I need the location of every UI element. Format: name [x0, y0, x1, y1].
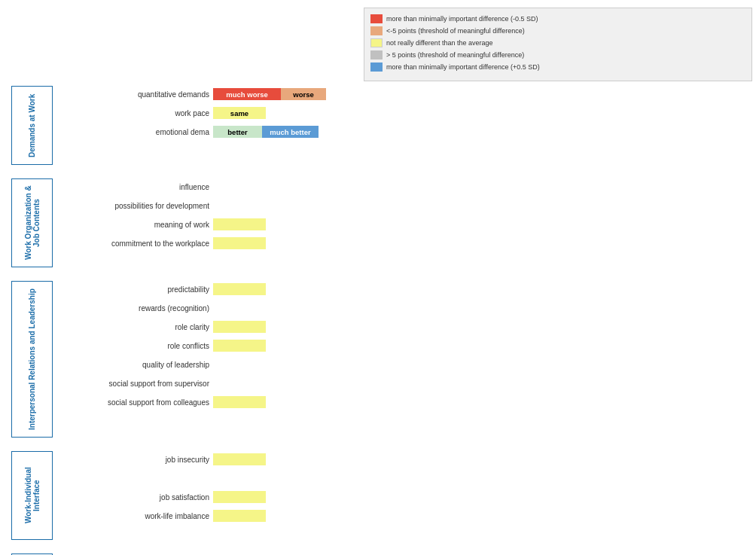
row-influence: influence [62, 178, 752, 195]
row-role-conflicts: role conflicts [62, 337, 752, 354]
legend-text-much-worse: more than minimally important difference… [386, 15, 538, 23]
row-social-support-supervisor: social support from supervisor [62, 375, 752, 392]
category-interpersonal: Interpersonal Relations and Leadership [11, 281, 56, 445]
bar-much-worse: much worse [213, 88, 281, 100]
bars-social-support-colleagues [213, 396, 752, 408]
legend-color-better [370, 50, 383, 59]
category-demands-at-work: Demands at Work [11, 86, 56, 172]
bar-same-job-satisfaction [213, 491, 266, 503]
bars-quantitative-demands: much worse worse [213, 88, 752, 100]
row-predictability: predictability [62, 281, 752, 297]
label-social-support-colleagues: social support from colleagues [62, 398, 213, 407]
bars-work-pace: same [213, 107, 752, 119]
row-social-support-colleagues: social support from colleagues [62, 394, 752, 410]
bar-same-commitment [213, 237, 266, 249]
bar-same-job-insecurity [213, 453, 266, 465]
label-work-pace: work pace [62, 109, 213, 117]
label-possibilities: possibilities for development [62, 202, 213, 210]
category-work-individual: Work-Individual Interface [11, 451, 56, 547]
legend-text-worse: <-5 points (threshold of meaningful diff… [386, 27, 525, 35]
category-label-work-org: Work Organization & Job Contents [11, 178, 53, 267]
legend-color-same [370, 38, 383, 47]
row-work-pace: work pace same [62, 105, 752, 121]
bars-emotional-demands: better much better [213, 126, 752, 138]
section-work-individual: Work-Individual Interface job insecurity [11, 451, 752, 547]
row-quantitative-demands: quantitative demands much worse worse [62, 86, 752, 102]
category-work-org: Work Organization & Job Contents [11, 178, 56, 275]
bar-same-predictability [213, 283, 266, 295]
label-commitment: commitment to the workplace [62, 239, 213, 248]
legend-color-worse [370, 26, 383, 35]
bars-work-life-imbalance [213, 510, 752, 522]
bars-commitment [213, 237, 752, 249]
label-social-support-supervisor: social support from supervisor [62, 380, 213, 388]
rows-work-individual: job insecurity job satisfaction [62, 451, 752, 547]
section-interpersonal: Interpersonal Relations and Leadership p… [11, 281, 752, 445]
category-label-work-individual: Work-Individual Interface [11, 451, 53, 540]
category-label-interpersonal: Interpersonal Relations and Leadership [11, 281, 53, 438]
legend-text-better: > 5 points (threshold of meaningful diff… [386, 51, 524, 59]
bar-same-role-clarity [213, 321, 266, 333]
bars-role-clarity [213, 321, 752, 333]
legend-item-worse: <-5 points (threshold of meaningful diff… [370, 26, 745, 35]
bar-same-meaning [213, 218, 266, 230]
label-job-satisfaction: job satisfaction [62, 493, 213, 502]
row-meaning-of-work: meaning of work [62, 216, 752, 233]
row-rewards: rewards (recognition) [62, 300, 752, 316]
bar-better-emotional: better [213, 126, 262, 138]
section-demands-at-work: Demands at Work quantitative demands muc… [11, 86, 752, 172]
category-label-demands-at-work: Demands at Work [11, 86, 53, 165]
row-role-clarity: role clarity [62, 319, 752, 335]
bar-same-social-colleagues [213, 396, 266, 408]
bar-same-role-conflicts [213, 340, 266, 352]
label-role-clarity: role clarity [62, 323, 213, 331]
row-possibilities: possibilities for development [62, 197, 752, 214]
label-role-conflicts: role conflicts [62, 342, 213, 350]
label-rewards: rewards (recognition) [62, 304, 213, 313]
bar-worse: worse [281, 88, 326, 100]
bars-job-insecurity [213, 453, 752, 465]
legend-item-better: > 5 points (threshold of meaningful diff… [370, 50, 745, 59]
label-job-insecurity: job insecurity [62, 456, 213, 464]
label-quality-leadership: quality of leadership [62, 361, 213, 369]
row-job-insecurity: job insecurity [62, 451, 752, 468]
legend-color-much-better [370, 63, 383, 72]
label-quantitative-demands: quantitative demands [62, 90, 213, 99]
label-predictability: predictability [62, 285, 213, 294]
label-meaning-of-work: meaning of work [62, 221, 213, 229]
bars-job-satisfaction [213, 491, 752, 503]
legend: more than minimally important difference… [364, 8, 752, 81]
bars-meaning-of-work [213, 218, 752, 230]
legend-item-much-better: more than minimally important difference… [370, 63, 745, 72]
row-spacer [62, 470, 752, 486]
row-quality-leadership: quality of leadership [62, 356, 752, 373]
bars-predictability [213, 283, 752, 295]
rows-workorg: influence possibilities for development … [62, 178, 752, 275]
section-work-org: Work Organization & Job Contents influen… [11, 178, 752, 275]
bars-role-conflicts [213, 340, 752, 352]
label-work-life-imbalance: work-life imbalance [62, 512, 213, 520]
legend-item-much-worse: more than minimally important difference… [370, 14, 745, 23]
bar-same-work-pace: same [213, 107, 266, 119]
row-job-satisfaction: job satisfaction [62, 489, 752, 505]
legend-text-much-better: more than minimally important difference… [386, 63, 540, 71]
bar-much-better-emotional: much better [262, 126, 319, 138]
row-work-life-imbalance: work-life imbalance [62, 508, 752, 524]
legend-color-much-worse [370, 14, 383, 23]
legend-text-same: not really different than the average [386, 39, 492, 47]
rows-demands: quantitative demands much worse worse wo… [62, 86, 752, 172]
row-commitment: commitment to the workplace [62, 235, 752, 252]
main-container: more than minimally important difference… [0, 0, 756, 555]
sections-wrapper: more than minimally important difference… [11, 8, 752, 555]
label-emotional-demands: emotional dema [62, 128, 213, 136]
row-emotional-demands: emotional dema better much better [62, 124, 752, 140]
label-influence: influence [62, 183, 213, 191]
bar-same-work-life [213, 510, 266, 522]
rows-interpersonal: predictability rewards (recognition) rol… [62, 281, 752, 445]
legend-item-same: not really different than the average [370, 38, 745, 47]
